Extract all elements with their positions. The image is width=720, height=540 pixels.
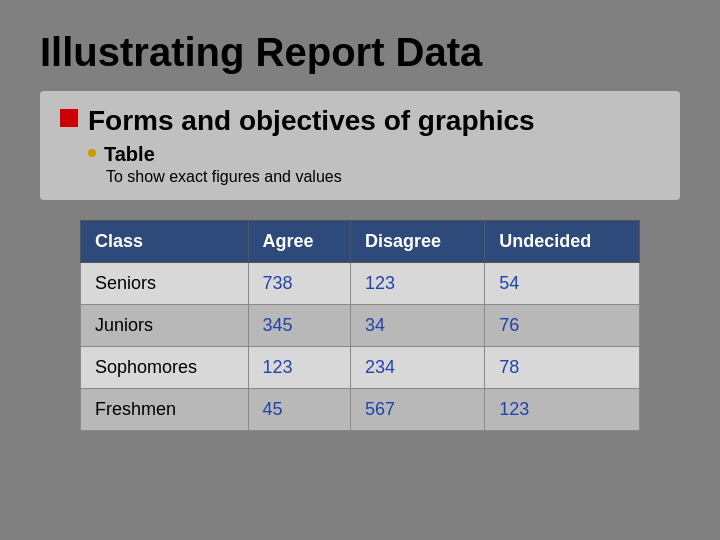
- table-row: Freshmen45567123: [81, 389, 640, 431]
- col-header-disagree: Disagree: [350, 221, 484, 263]
- table-cell-0-0: Seniors: [81, 263, 249, 305]
- table-cell-2-3: 78: [485, 347, 640, 389]
- table-cell-1-3: 76: [485, 305, 640, 347]
- table-cell-2-1: 123: [248, 347, 350, 389]
- sub-bullet: Table: [88, 143, 660, 166]
- sub-bullet-dot-icon: [88, 149, 96, 157]
- slide: Illustrating Report Data Forms and objec…: [0, 0, 720, 540]
- table-cell-3-0: Freshmen: [81, 389, 249, 431]
- table-header-row: Class Agree Disagree Undecided: [81, 221, 640, 263]
- table-cell-2-2: 234: [350, 347, 484, 389]
- table-cell-3-3: 123: [485, 389, 640, 431]
- table-cell-1-2: 34: [350, 305, 484, 347]
- sub-sub-bullet: To show exact figures and values: [106, 168, 660, 186]
- table-cell-2-0: Sophomores: [81, 347, 249, 389]
- sub-sub-text: To show exact figures and values: [106, 168, 342, 185]
- table-cell-1-0: Juniors: [81, 305, 249, 347]
- col-header-class: Class: [81, 221, 249, 263]
- table-cell-3-2: 567: [350, 389, 484, 431]
- slide-title: Illustrating Report Data: [40, 30, 680, 75]
- table-row: Seniors73812354: [81, 263, 640, 305]
- table-cell-0-2: 123: [350, 263, 484, 305]
- col-header-agree: Agree: [248, 221, 350, 263]
- content-box: Forms and objectives of graphics Table T…: [40, 91, 680, 200]
- table-row: Sophomores12323478: [81, 347, 640, 389]
- table-cell-0-3: 54: [485, 263, 640, 305]
- table-body: Seniors73812354Juniors3453476Sophomores1…: [81, 263, 640, 431]
- table-cell-1-1: 345: [248, 305, 350, 347]
- table-row: Juniors3453476: [81, 305, 640, 347]
- table-container: Class Agree Disagree Undecided Seniors73…: [80, 220, 640, 431]
- bullet-square-icon: [60, 109, 78, 127]
- data-table: Class Agree Disagree Undecided Seniors73…: [80, 220, 640, 431]
- table-cell-3-1: 45: [248, 389, 350, 431]
- main-bullet-text: Forms and objectives of graphics: [88, 105, 535, 137]
- col-header-undecided: Undecided: [485, 221, 640, 263]
- main-bullet: Forms and objectives of graphics: [60, 105, 660, 137]
- sub-bullet-text: Table: [104, 143, 155, 166]
- table-cell-0-1: 738: [248, 263, 350, 305]
